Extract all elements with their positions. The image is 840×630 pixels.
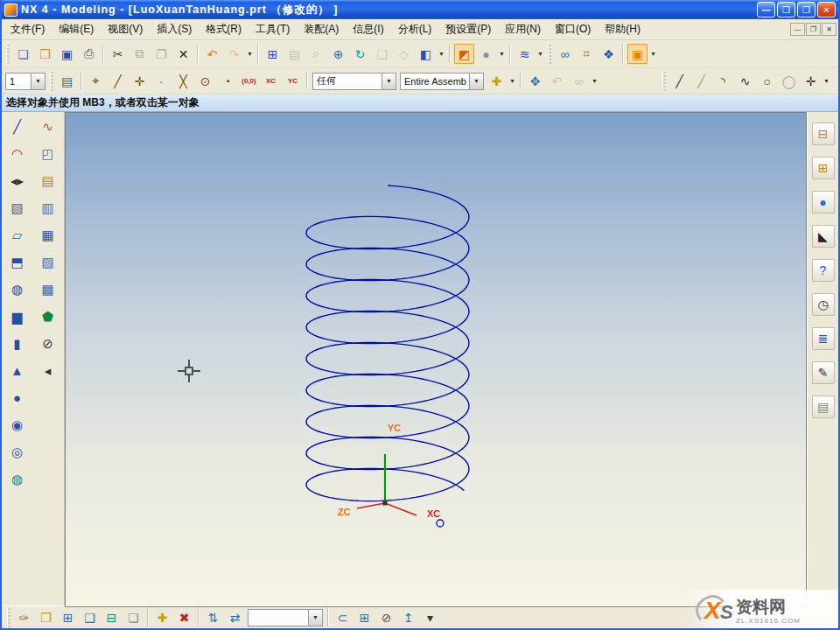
toolbar-drag-handle[interactable]	[50, 72, 53, 91]
selection-scope-arrow[interactable]: ▼	[469, 74, 483, 89]
display-part-icon[interactable]: ⊞	[58, 607, 78, 627]
dock-arrows-icon[interactable]: ◂▸	[7, 171, 27, 191]
ellipse-tool-icon[interactable]: ◯	[779, 71, 799, 91]
toolbar-drag-handle[interactable]	[6, 45, 10, 64]
high-quality-image-icon[interactable]: ❖	[598, 44, 619, 64]
information-window-icon[interactable]: ⊞	[262, 44, 283, 64]
menu-edit[interactable]: 编辑(E)	[52, 19, 101, 39]
attachment-icon[interactable]: ⊘	[376, 607, 396, 627]
work-layer-combo-arrow[interactable]: ▼	[31, 74, 45, 89]
snap-endpoint-icon[interactable]: ╱	[108, 71, 128, 91]
shaded-display-icon[interactable]: ●	[476, 44, 496, 64]
minimize-button[interactable]: —	[757, 2, 775, 18]
through-curves-icon[interactable]: ▤	[38, 171, 58, 191]
wcs-xc-icon[interactable]: XC	[261, 71, 281, 91]
helix-curve[interactable]	[306, 186, 469, 501]
sketch-icon[interactable]: ▧	[7, 198, 27, 218]
copy-icon[interactable]: ⧉	[130, 44, 150, 64]
menu-preferences[interactable]: 预设置(P)	[438, 19, 498, 39]
part-navigator-icon[interactable]: ●	[812, 191, 835, 214]
wcs-yc-icon[interactable]: YC	[283, 71, 303, 91]
point-tool-icon-caret[interactable]: ▼	[822, 71, 831, 91]
menu-view[interactable]: 视图(V)	[101, 19, 150, 39]
isometric-view-icon-caret[interactable]: ▼	[437, 44, 446, 64]
title-bar[interactable]: NX 4 - Modeling - [LuoXuanTanHuang.prt （…	[2, 0, 838, 19]
selection-filter-arrow[interactable]: ▼	[382, 74, 396, 89]
collapse-toolbar-icon[interactable]: ◂	[38, 360, 58, 381]
add-component-icon[interactable]: ✚	[152, 607, 172, 627]
tube-icon[interactable]: ◍	[7, 469, 27, 489]
constraint-navigator-icon[interactable]: ⊞	[812, 157, 835, 179]
reference-set-combo[interactable]: ▼	[248, 609, 323, 626]
menu-tools[interactable]: 工具(T)	[248, 19, 297, 39]
spline-icon[interactable]: ∿	[38, 116, 58, 136]
doc-minimize-button[interactable]: —	[790, 23, 805, 36]
new-part-icon[interactable]: ❏	[13, 44, 33, 64]
n-sided-surface-icon[interactable]: ⬟	[38, 306, 58, 326]
move-object-icon[interactable]: ✥	[525, 71, 545, 91]
isometric-view-icon[interactable]: ◧	[416, 44, 436, 64]
interpart-link-icon-caret[interactable]: ▼	[590, 71, 599, 91]
sphere-feature-icon[interactable]: ●	[7, 388, 27, 408]
shaded-display-icon-caret[interactable]: ▼	[497, 44, 507, 64]
spline-tool-icon[interactable]: ∿	[735, 71, 755, 91]
application-gateway-icon-caret[interactable]: ▼	[648, 44, 658, 64]
view-layout-icon-caret[interactable]: ▼	[536, 44, 545, 64]
open-icon[interactable]: ❒	[35, 44, 55, 64]
notes-icon[interactable]: ≣	[812, 327, 835, 350]
remove-component-icon[interactable]: ✖	[174, 607, 194, 627]
snap-inferred-point-icon[interactable]: ⌖	[86, 71, 106, 91]
snapshot-icon[interactable]: ⌗	[577, 44, 597, 64]
arc-circle-icon[interactable]: ◠	[7, 144, 27, 164]
doc-close-button[interactable]: ✕	[822, 23, 836, 36]
menu-window[interactable]: 窗口(O)	[548, 19, 598, 39]
add-to-selection-icon[interactable]: ✚	[486, 71, 507, 91]
print-icon[interactable]: ⎙	[79, 44, 99, 64]
menu-format[interactable]: 格式(R)	[199, 19, 248, 39]
toolbar-drag-handle[interactable]	[548, 45, 551, 64]
reference-set-combo-arrow[interactable]: ▼	[308, 610, 322, 626]
menu-analysis[interactable]: 分析(L)	[391, 19, 439, 39]
restore2-button[interactable]: ❐	[797, 2, 816, 18]
toolbar-drag-handle[interactable]	[662, 72, 666, 91]
menu-information[interactable]: 信息(I)	[346, 19, 390, 39]
layout-icon[interactable]: ⊟	[102, 607, 122, 627]
bounded-plane-icon[interactable]: ▦	[38, 225, 58, 245]
point-tool-icon[interactable]: ✛	[801, 71, 821, 91]
cut-icon[interactable]: ✂	[108, 44, 128, 64]
assembly-navigator-icon[interactable]: ⊟	[812, 122, 835, 145]
interpart-link-icon[interactable]: ∞	[569, 71, 589, 91]
wave-link-icon[interactable]: ⇄	[225, 607, 245, 627]
customize-icon[interactable]: ✑	[14, 607, 34, 627]
menu-help[interactable]: 帮助(H)	[598, 19, 648, 39]
snap-arc-center-icon[interactable]: ⊙	[195, 71, 215, 91]
wireframe-display-icon[interactable]: ◇	[394, 44, 414, 64]
revolve-icon[interactable]: ◍	[7, 279, 27, 299]
surface-icon[interactable]: ◰	[38, 144, 58, 164]
application-gateway-icon[interactable]: ▣	[627, 44, 648, 64]
window-cascade-icon[interactable]: ❑	[80, 607, 100, 627]
work-layer-combo[interactable]: 1 ▼	[5, 73, 46, 90]
menu-insert[interactable]: 插入(S)	[150, 19, 199, 39]
snap-midpoint-icon[interactable]: ✛	[130, 71, 150, 91]
menu-file[interactable]: 文件(F)	[4, 19, 52, 39]
graphics-window[interactable]: YCXCZC	[65, 112, 807, 607]
doc-restore-button[interactable]: ❐	[806, 23, 821, 36]
selection-filter-combo[interactable]: 任何 ▼	[312, 73, 396, 90]
visualization-icon[interactable]: ∞	[555, 44, 575, 64]
save-icon[interactable]: ▣	[57, 44, 77, 64]
zc-axis[interactable]	[357, 503, 385, 508]
boolean-unite-icon[interactable]: ◉	[7, 415, 27, 435]
xc-axis[interactable]	[385, 503, 416, 515]
refresh-icon[interactable]: ↻	[350, 44, 370, 64]
layer-settings-icon[interactable]: ▤	[284, 44, 304, 64]
fit-view-icon[interactable]: ❑	[372, 44, 392, 64]
mirror-assembly-icon[interactable]: ⊂	[332, 607, 353, 627]
ruled-surface-icon[interactable]: ▥	[38, 198, 58, 218]
arc-tool-icon[interactable]: ◝	[713, 71, 733, 91]
basic-curves-icon[interactable]: ╱	[7, 116, 27, 136]
menu-application[interactable]: 应用(N)	[498, 19, 548, 39]
extrude-icon[interactable]: ⬒	[7, 252, 27, 272]
helix-endpoint-marker[interactable]	[437, 520, 444, 527]
menu-assemblies[interactable]: 装配(A)	[297, 19, 346, 39]
